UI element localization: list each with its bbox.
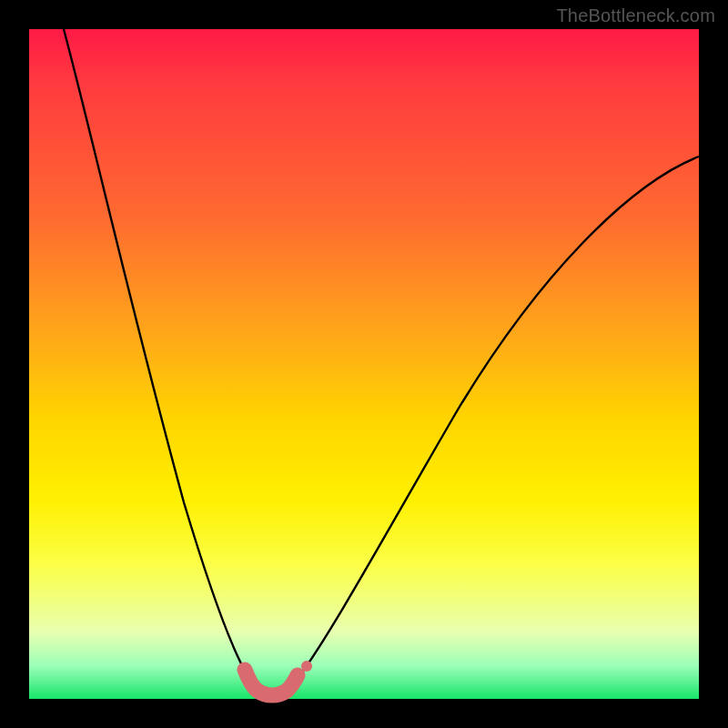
valley-outlier-marker	[301, 661, 312, 672]
valley-marker-stroke	[245, 670, 298, 695]
bottleneck-curve	[64, 29, 699, 694]
chart-frame: TheBottleneck.com	[0, 0, 728, 728]
chart-plot-area	[29, 29, 699, 699]
watermark-text: TheBottleneck.com	[556, 5, 715, 26]
chart-svg	[29, 29, 699, 699]
